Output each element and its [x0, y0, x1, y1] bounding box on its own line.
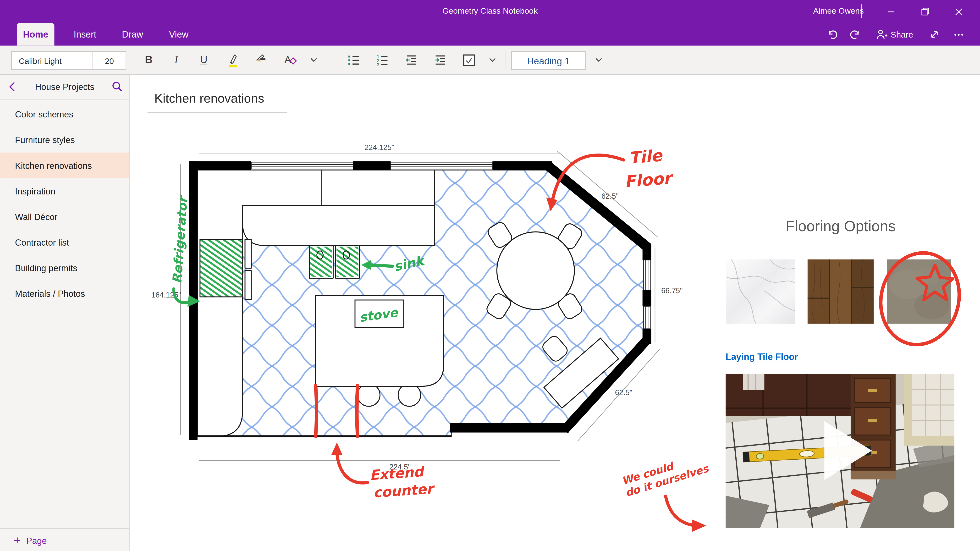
minimize-button[interactable]: [879, 0, 904, 23]
flooring-options-heading: Flooring Options: [719, 217, 963, 235]
laying-tile-floor-link[interactable]: Laying Tile Floor: [725, 352, 798, 362]
list-options-chevron[interactable]: [485, 50, 500, 70]
share-person-icon: [875, 29, 888, 40]
indent-icon: [434, 54, 446, 66]
font-name-input[interactable]: Calibri Light: [12, 52, 93, 69]
refrigerator-scribble: [200, 239, 242, 297]
sidebar-item-materials-photos[interactable]: Materials / Photos: [0, 280, 129, 306]
titlebar-separator: [861, 4, 862, 18]
tab-home[interactable]: Home: [17, 23, 54, 46]
sidebar-item-wall-decor[interactable]: Wall Décor: [0, 204, 129, 229]
more-options-button[interactable]: •••: [950, 27, 969, 42]
font-color-button[interactable]: A: [280, 50, 300, 70]
ink-extend-line1: Extend: [369, 463, 425, 483]
svg-text:A: A: [284, 54, 291, 65]
dining-table: [485, 220, 584, 321]
share-label: Share: [891, 30, 913, 39]
italic-button[interactable]: I: [166, 50, 186, 70]
sidebar-item-contractor-list[interactable]: Contractor list: [0, 229, 129, 255]
restore-button[interactable]: [913, 0, 938, 23]
add-page-label: Page: [26, 535, 47, 545]
share-button[interactable]: Share: [874, 27, 915, 42]
ink-refrigerator: Refrigerator: [170, 195, 190, 284]
minimize-icon: [888, 8, 895, 15]
sidebar-item-inspiration[interactable]: Inspiration: [0, 178, 129, 204]
underline-button[interactable]: U: [194, 50, 214, 70]
chevron-down-icon: [489, 57, 496, 62]
redo-button[interactable]: [848, 27, 864, 42]
tab-draw[interactable]: Draw: [116, 23, 149, 46]
restore-icon: [921, 7, 929, 16]
bold-button[interactable]: B: [139, 50, 159, 70]
outdent-button[interactable]: [401, 50, 422, 70]
marble-swatch[interactable]: [726, 260, 795, 324]
page-list-header: House Projects: [0, 75, 129, 100]
plus-icon: +: [14, 533, 21, 547]
signed-in-user: Aimee Owens: [813, 6, 864, 16]
tab-view[interactable]: View: [162, 23, 195, 46]
add-page-button[interactable]: + Page: [0, 528, 129, 551]
page-title-underline: [148, 112, 287, 113]
dim-bottom-right: 62.5": [615, 389, 632, 397]
tile-choice-circle-annotation: [870, 247, 970, 355]
wood-swatch[interactable]: [808, 260, 874, 324]
sidebar-item-color-schemes[interactable]: Color schemes: [0, 101, 129, 127]
sidebar-item-kitchen-renovations[interactable]: Kitchen renovations: [0, 153, 129, 178]
video-wall: [904, 374, 955, 446]
onenote-window: Geometry Class Notebook Aimee Owens Home…: [0, 0, 980, 551]
font-size-input[interactable]: 20: [93, 52, 126, 69]
ink-tile-line2: Floor: [624, 168, 675, 191]
indent-button[interactable]: [430, 50, 450, 70]
outdent-icon: [405, 54, 418, 66]
font-controls: Calibri Light 20: [11, 51, 126, 70]
sidebar-item-building-permits[interactable]: Building permits: [0, 255, 129, 280]
font-options-chevron[interactable]: [306, 50, 321, 70]
search-icon: [111, 81, 123, 92]
ink-extend-line2: counter: [373, 481, 436, 501]
redo-icon: [850, 28, 862, 41]
tab-insert[interactable]: Insert: [67, 23, 102, 46]
ribbon-separator: [506, 51, 506, 69]
font-color-icon: A: [282, 53, 298, 68]
page-list-panel: House Projects Color schemes Furniture s…: [0, 75, 130, 551]
format-painter-button[interactable]: [251, 50, 271, 70]
section-title: House Projects: [0, 82, 129, 92]
style-chevron[interactable]: [591, 50, 606, 70]
sidebar-item-furniture-styles[interactable]: Furniture styles: [0, 127, 129, 153]
svg-text:3: 3: [377, 62, 379, 66]
todo-checkbox-button[interactable]: [459, 50, 479, 70]
close-icon: [955, 8, 962, 15]
search-button[interactable]: [111, 81, 125, 94]
star-icon: [917, 265, 953, 300]
resize-diagonal-icon: [929, 29, 940, 40]
chevron-down-icon: [310, 57, 317, 62]
bullet-list-button[interactable]: [344, 50, 364, 70]
undo-icon: [826, 28, 838, 41]
bullet-list-icon: [347, 54, 360, 66]
dim-top-right: 62.5": [601, 192, 619, 201]
full-screen-button[interactable]: [926, 27, 942, 42]
numbered-list-icon: 123: [376, 54, 388, 66]
ribbon: Calibri Light 20 B I U A 123: [0, 46, 980, 75]
close-button[interactable]: [946, 0, 971, 23]
ellipsis-icon: •••: [954, 31, 964, 38]
page-title[interactable]: Kitchen renovations: [154, 91, 264, 106]
highlighter-button[interactable]: [223, 50, 242, 70]
titlebar: Geometry Class Notebook Aimee Owens: [0, 0, 980, 23]
ribbon-tab-row: Home Insert Draw View Share •••: [0, 23, 980, 46]
numbered-list-button[interactable]: 123: [372, 50, 393, 70]
dim-top: 224.125": [364, 143, 394, 151]
checkbox-icon: [462, 53, 476, 67]
ink-we-arrow: [659, 492, 716, 539]
ink-tile-line1: Tile: [628, 146, 663, 168]
style-picker[interactable]: Heading 1: [511, 51, 585, 70]
dim-right: 66.75": [661, 287, 683, 295]
laying-tile-floor-video[interactable]: [725, 374, 955, 528]
undo-button[interactable]: [824, 27, 840, 42]
highlighter-icon: [226, 53, 239, 68]
format-painter-icon: [255, 53, 268, 67]
chevron-down-icon: [595, 57, 602, 62]
kitchen-floorplan-image[interactable]: 224.125" 164.125" 66.75" 62.5" 62.5" 224…: [150, 143, 700, 505]
